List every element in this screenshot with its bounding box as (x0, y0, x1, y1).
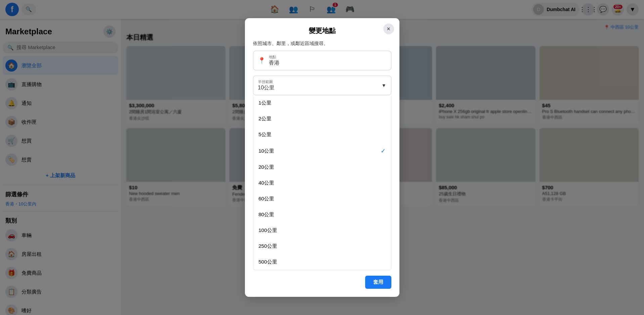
close-icon: × (387, 26, 390, 33)
radius-option-80km[interactable]: 80公里 (253, 207, 391, 223)
radius-field-label: 半徑範圍 (258, 79, 275, 84)
change-location-modal: 變更地點 × 依照城市、鄰里，或鄰近區域搜尋。 📍 地點 香港 半徑範圍 10公… (245, 18, 399, 297)
location-field-value: 香港 (269, 60, 386, 67)
radius-option-10km[interactable]: 10公里 ✓ (253, 143, 391, 159)
radius-option-20km[interactable]: 20公里 (253, 159, 391, 175)
radius-select[interactable]: 半徑範圍 10公里 ▼ (253, 76, 391, 95)
radius-option-1km[interactable]: 1公里 (253, 95, 391, 111)
radius-option-250km[interactable]: 250公里 (253, 238, 391, 254)
radius-option-5km[interactable]: 5公里 (253, 127, 391, 143)
radius-option-40km[interactable]: 40公里 (253, 175, 391, 191)
radius-option-100km[interactable]: 100公里 (253, 223, 391, 238)
pin-icon: 📍 (258, 57, 265, 64)
modal-overlay[interactable]: 變更地點 × 依照城市、鄰里，或鄰近區域搜尋。 📍 地點 香港 半徑範圍 10公… (0, 0, 644, 315)
radius-option-2km[interactable]: 2公里 (253, 111, 391, 127)
radius-field-value: 10公里 (258, 84, 275, 91)
location-field-label: 地點 (269, 54, 386, 60)
chevron-down-icon: ▼ (382, 83, 386, 88)
modal-actions: 套用 (253, 276, 391, 289)
radius-option-60km[interactable]: 60公里 (253, 191, 391, 207)
radius-dropdown-list: 1公里 2公里 5公里 10公里 ✓ 20公里 40公里 60公里 80公里 (253, 95, 391, 270)
radius-option-500km[interactable]: 500公里 (253, 254, 391, 270)
modal-hint: 依照城市、鄰里，或鄰近區域搜尋。 (253, 41, 391, 47)
location-input[interactable]: 📍 地點 香港 (253, 51, 391, 70)
modal-close-button[interactable]: × (383, 24, 394, 34)
check-icon: ✓ (381, 147, 386, 155)
apply-button[interactable]: 套用 (365, 276, 391, 289)
modal-title: 變更地點 (253, 26, 391, 35)
